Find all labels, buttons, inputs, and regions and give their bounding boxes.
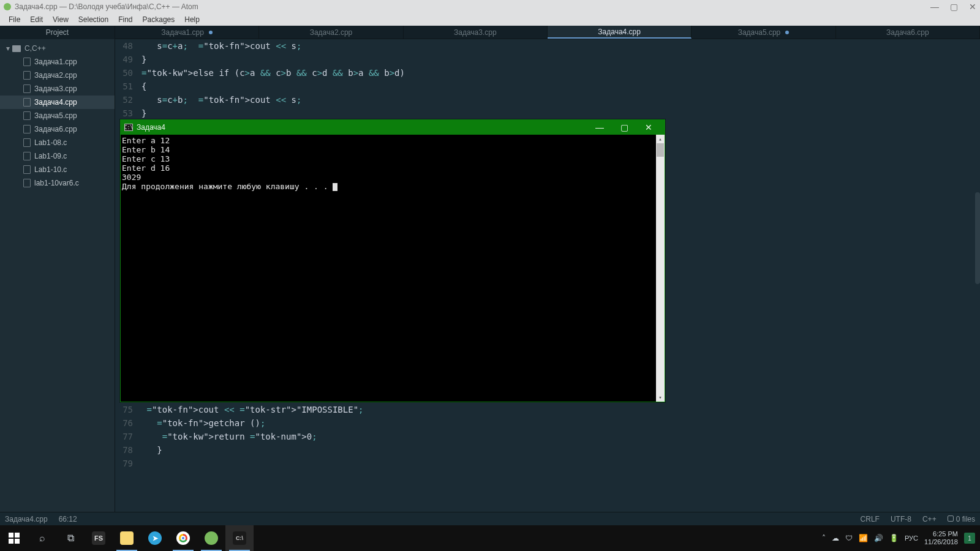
menu-bar: File Edit View Selection Find Packages H… [0,13,980,26]
console-close-button[interactable]: ✕ [636,122,661,132]
tree-file-item[interactable]: Задача4.cpp [0,96,115,109]
file-icon [23,165,31,174]
console-scrollbar[interactable]: ▴ ▾ [656,135,665,402]
console-title-text: Задача4 [137,123,165,132]
telegram-icon: ➤ [148,531,162,545]
file-icon [23,71,31,80]
tree-file-item[interactable]: Задача5.cpp [0,109,115,122]
tab-label: Задача1.cpp [161,28,204,37]
tree-root-folder[interactable]: ▾ C,C++ [0,42,115,55]
editor-tab[interactable]: Задача1.cpp [115,26,259,39]
taskbar-taskview-button[interactable]: ⧉ [56,525,85,551]
tab-label: Задача5.cpp [738,28,781,37]
wifi-icon[interactable]: 📶 [859,534,868,542]
tree-file-label: Задача5.cpp [34,111,77,120]
taskbar-chrome[interactable] [169,525,197,551]
tree-file-item[interactable]: Задача2.cpp [0,69,115,82]
tree-file-label: Lab1-08.c [34,138,67,147]
file-icon [23,84,31,93]
tree-file-item[interactable]: Lab1-08.c [0,136,115,149]
svg-rect-3 [15,539,20,544]
file-tree: ▾ C,C++ Задача1.cppЗадача2.cppЗадача3.cp… [0,39,115,192]
window-maximize-button[interactable]: ▢ [950,2,958,12]
folder-icon [12,45,21,52]
status-encoding[interactable]: UTF-8 [891,515,911,523]
menu-file[interactable]: File [4,15,25,24]
chevron-down-icon: ▾ [6,44,12,53]
onedrive-icon[interactable]: ☁ [832,534,839,542]
window-minimize-button[interactable]: — [930,2,939,12]
taskbar-search-button[interactable]: ⌕ [28,525,56,551]
search-icon: ⌕ [39,533,45,544]
cmd-icon: C:\ [233,531,246,545]
console-scrollbar-thumb[interactable] [657,143,664,157]
file-icon [23,125,31,133]
volume-icon[interactable]: 🔊 [874,534,883,542]
editor-scrollbar-thumb[interactable] [975,192,980,284]
editor-tab[interactable]: Задача4.cpp [548,26,692,39]
window-title: Задача4.cpp — D:\Володя учеба\Инфа\C,C++… [15,2,198,11]
menu-edit[interactable]: Edit [25,15,48,24]
tree-file-item[interactable]: Lab1-09.c [0,149,115,163]
tree-file-item[interactable]: Задача3.cpp [0,82,115,96]
menu-view[interactable]: View [48,15,74,24]
scroll-up-arrow-icon[interactable]: ▴ [656,135,665,143]
console-minimize-button[interactable]: — [587,122,612,132]
file-icon [23,138,31,147]
scroll-down-arrow-icon[interactable]: ▾ [656,393,665,402]
taskbar-atom[interactable] [197,525,225,551]
folder-icon [120,531,134,545]
tab-label: Задача2.cpp [310,28,353,37]
notif-count: 1 [968,535,971,542]
tree-file-item[interactable]: Lab1-10.c [0,163,115,176]
status-filename[interactable]: Задача4.cpp [5,515,48,523]
editor-tab[interactable]: Задача3.cpp [404,26,548,39]
tree-file-label: Задача3.cpp [34,84,77,93]
tree-file-item[interactable]: Задача1.cpp [0,55,115,69]
status-bar: Задача4.cpp 66:12 CRLF UTF-8 C++ 0 files [0,512,980,525]
menu-packages[interactable]: Packages [138,15,180,24]
svg-rect-2 [9,539,13,544]
sidebar-header: Project [0,26,115,39]
taskbar-console[interactable]: C:\ [225,525,254,551]
start-button[interactable] [0,525,28,551]
console-app-icon: C:\ [124,124,133,131]
status-language[interactable]: C++ [922,515,937,523]
svg-rect-0 [9,533,13,538]
status-cursor-position[interactable]: 66:12 [59,515,77,523]
tray-expand-icon[interactable]: ˄ [822,534,826,542]
status-eol[interactable]: CRLF [861,515,880,523]
editor-tab[interactable]: Задача5.cpp [692,26,835,39]
tree-file-item[interactable]: Задача6.cpp [0,122,115,136]
menu-selection[interactable]: Selection [74,15,113,24]
battery-icon[interactable]: 🔋 [889,534,899,542]
tree-file-item[interactable]: lab1-10var6.c [0,176,115,190]
console-titlebar[interactable]: C:\ Задача4 — ▢ ✕ [121,120,665,135]
menu-find[interactable]: Find [113,15,137,24]
file-icon [23,58,31,66]
menu-help[interactable]: Help [179,15,205,24]
editor-tab[interactable]: Задача6.cpp [836,26,980,39]
console-output[interactable]: Enter a 12 Enter b 14 Enter c 13 Enter d… [121,135,656,402]
taskbar-telegram[interactable]: ➤ [141,525,169,551]
project-sidebar: Project ▾ C,C++ Задача1.cppЗадача2.cppЗа… [0,26,115,525]
taskbar-file-explorer[interactable] [113,525,141,551]
status-git[interactable]: 0 files [948,515,975,523]
window-close-button[interactable]: ✕ [969,2,976,12]
action-center-button[interactable]: 1 [964,533,975,544]
tree-file-label: Задача2.cpp [34,71,77,80]
file-icon [23,152,31,160]
tree-file-label: lab1-10var6.c [34,179,79,187]
atom-titlebar: Задача4.cpp — D:\Володя учеба\Инфа\C,C++… [0,0,980,13]
taskbar-freescreenshot[interactable]: FS [85,525,113,551]
taskbar-clock[interactable]: 6:25 PM 11/26/2018 [924,530,958,546]
file-icon [23,98,31,107]
chrome-icon [176,531,190,545]
console-maximize-button[interactable]: ▢ [612,122,636,132]
editor-tab[interactable]: Задача2.cpp [259,26,403,39]
taskbar-input-language[interactable]: РУС [905,534,918,542]
defender-icon[interactable]: 🛡 [845,534,853,542]
editor-scrollbar[interactable] [975,39,980,525]
atom-logo-icon [4,3,11,10]
editor-tabs: Задача1.cppЗадача2.cppЗадача3.cppЗадача4… [115,26,980,39]
